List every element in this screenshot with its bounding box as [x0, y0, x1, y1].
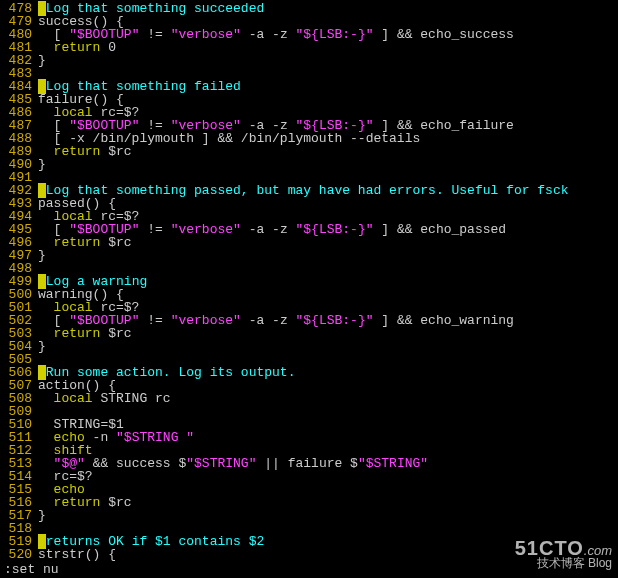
code-line[interactable]: 504} — [0, 340, 618, 353]
line-content: } — [38, 54, 618, 67]
line-content: rc=$? — [38, 470, 618, 483]
line-content: [ "$BOOTUP" != "verbose" -a -z "${LSB:-}… — [38, 28, 618, 41]
line-content: } — [38, 158, 618, 171]
line-number: 520 — [0, 548, 38, 561]
code-editor[interactable]: 478#Log that something succeeded479succe… — [0, 0, 618, 563]
line-content: } — [38, 249, 618, 262]
code-line[interactable]: 482} — [0, 54, 618, 67]
line-content: return $rc — [38, 145, 618, 158]
line-content: #returns OK if $1 contains $2 — [38, 535, 618, 548]
line-content: } — [38, 509, 618, 522]
code-line[interactable]: 513 "$@" && success $"$STRING" || failur… — [0, 457, 618, 470]
code-line[interactable]: 481 return 0 — [0, 41, 618, 54]
line-content: #Log that something succeeded — [38, 2, 618, 15]
code-line[interactable]: 514 rc=$? — [0, 470, 618, 483]
code-line[interactable]: 489 return $rc — [0, 145, 618, 158]
line-content: strstr() { — [38, 548, 618, 561]
code-line[interactable]: 503 return $rc — [0, 327, 618, 340]
code-line[interactable]: 508 local STRING rc — [0, 392, 618, 405]
code-line[interactable]: 516 return $rc — [0, 496, 618, 509]
line-content — [38, 405, 618, 418]
code-line[interactable]: 496 return $rc — [0, 236, 618, 249]
code-line[interactable]: 497} — [0, 249, 618, 262]
code-line[interactable]: 511 echo -n "$STRING " — [0, 431, 618, 444]
line-content: #Log that something passed, but may have… — [38, 184, 618, 197]
line-content: return $rc — [38, 496, 618, 509]
line-content: return $rc — [38, 236, 618, 249]
line-content: } — [38, 340, 618, 353]
code-line[interactable]: 490} — [0, 158, 618, 171]
code-line[interactable]: 520strstr() { — [0, 548, 618, 561]
line-content: #Log that something failed — [38, 80, 618, 93]
line-content: local STRING rc — [38, 392, 618, 405]
vim-command-line[interactable]: :set nu — [0, 563, 618, 576]
line-content: #Log a warning — [38, 275, 618, 288]
line-content: echo -n "$STRING " — [38, 431, 618, 444]
line-content: "$@" && success $"$STRING" || failure $"… — [38, 457, 618, 470]
line-content: return 0 — [38, 41, 618, 54]
line-content: return $rc — [38, 327, 618, 340]
line-content: #Run some action. Log its output. — [38, 366, 618, 379]
code-line[interactable]: 517} — [0, 509, 618, 522]
